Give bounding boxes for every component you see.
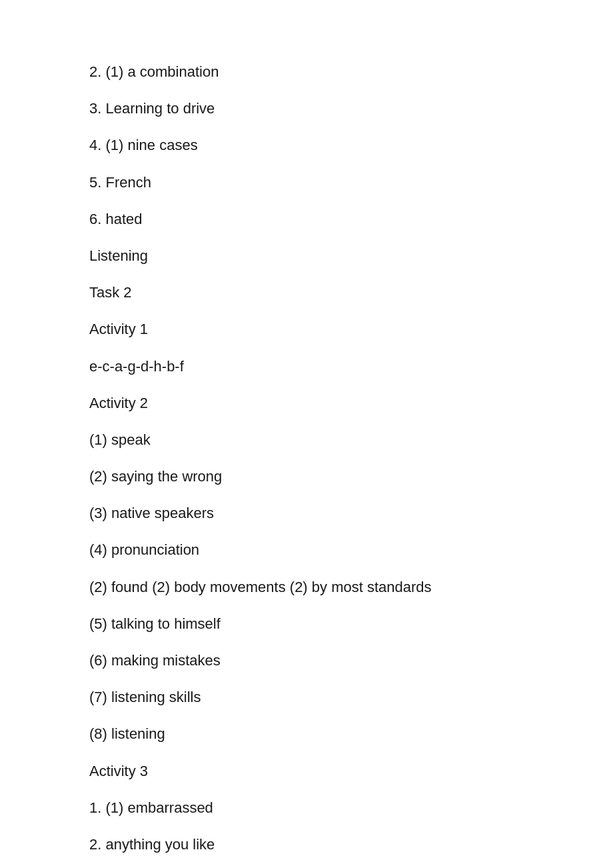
list-item: (6) making mistakes xyxy=(89,642,524,679)
list-item: (1) speak xyxy=(89,421,524,458)
list-item: 5. French xyxy=(89,164,524,201)
list-item: e-c-a-g-d-h-b-f xyxy=(89,348,524,385)
list-item: 1. (1) embarrassed xyxy=(89,789,524,826)
list-item: (2) found (2) body movements (2) by most… xyxy=(89,569,524,605)
list-item: 6. hated xyxy=(89,201,524,237)
list-item: (4) pronunciation xyxy=(89,531,524,568)
list-item: (3) native speakers xyxy=(89,495,524,531)
list-item: 2. anything you like xyxy=(89,826,524,863)
list-item: 3. Learning to drive xyxy=(89,90,524,127)
section-activity1: Activity 1 xyxy=(89,311,524,347)
list-item: (2) saying the wrong xyxy=(89,458,524,495)
section-activity2: Activity 2 xyxy=(89,385,524,421)
list-item: (7) listening skills xyxy=(89,679,524,715)
section-task2: Task 2 xyxy=(89,274,524,311)
content-list: 2. (1) a combination 3. Learning to driv… xyxy=(89,53,524,863)
list-item: (5) talking to himself xyxy=(89,605,524,642)
list-item: 4. (1) nine cases xyxy=(89,127,524,163)
list-item: (8) listening xyxy=(89,715,524,752)
section-activity3: Activity 3 xyxy=(89,753,524,789)
section-listening: Listening xyxy=(89,237,524,274)
list-item: 2. (1) a combination xyxy=(89,53,524,90)
